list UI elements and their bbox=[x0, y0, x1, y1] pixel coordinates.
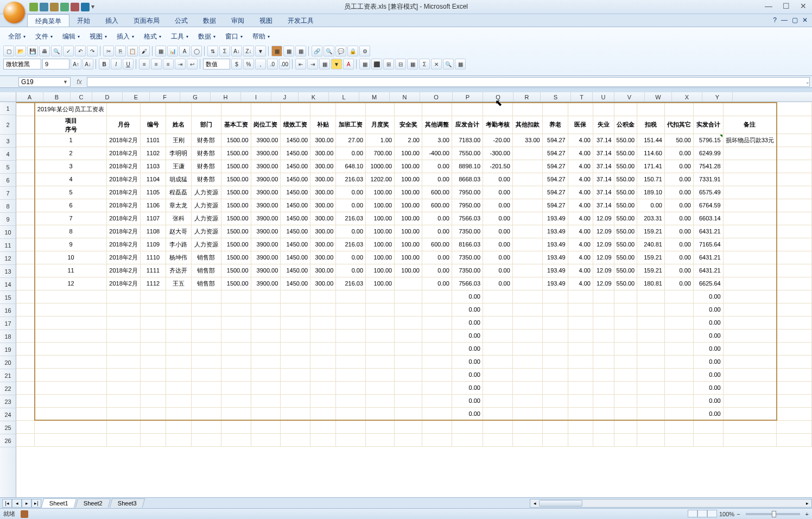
cell[interactable]: 2018年2月 bbox=[107, 251, 141, 264]
tab-data[interactable]: 数据 bbox=[195, 14, 224, 27]
cell[interactable]: 7541.28 bbox=[693, 160, 723, 173]
cell[interactable]: 8166.03 bbox=[452, 238, 483, 251]
col-header[interactable]: H bbox=[211, 92, 241, 102]
col-header[interactable]: Q bbox=[483, 92, 513, 102]
cell[interactable]: 550.00 bbox=[614, 212, 637, 225]
cell[interactable] bbox=[664, 420, 693, 433]
cell[interactable]: 203.31 bbox=[637, 212, 665, 225]
cell[interactable]: 100.00 bbox=[366, 199, 395, 212]
cell[interactable]: 100.00 bbox=[366, 212, 395, 225]
cell[interactable]: 0.00 bbox=[483, 238, 513, 251]
cell[interactable] bbox=[166, 316, 192, 329]
font-size-box[interactable]: 9 bbox=[42, 59, 69, 69]
cell[interactable] bbox=[568, 290, 593, 303]
cell[interactable]: 项目序号 bbox=[35, 116, 107, 134]
cell[interactable] bbox=[310, 103, 336, 116]
cell[interactable] bbox=[777, 433, 812, 446]
cell[interactable] bbox=[483, 355, 513, 368]
close-icon[interactable]: ✕ bbox=[797, 1, 810, 11]
chart-icon[interactable]: 📊 bbox=[167, 46, 178, 56]
format-painter-icon[interactable]: 🖌 bbox=[139, 46, 150, 56]
cell[interactable] bbox=[664, 368, 693, 381]
cell[interactable]: 3.00 bbox=[422, 134, 452, 147]
menu-edit[interactable]: 编辑 bbox=[58, 30, 85, 43]
qat-icon[interactable] bbox=[50, 3, 59, 11]
cell[interactable]: 300.00 bbox=[310, 186, 336, 199]
cell[interactable] bbox=[723, 199, 777, 212]
col-header[interactable]: I bbox=[241, 92, 271, 102]
undo-icon[interactable]: ↶ bbox=[75, 46, 86, 56]
cell[interactable]: 财务部 bbox=[191, 134, 221, 147]
dec-dec-icon[interactable]: .00 bbox=[279, 59, 290, 69]
cell[interactable]: 4 bbox=[35, 173, 107, 186]
cell[interactable] bbox=[637, 355, 665, 368]
protect-icon[interactable]: 🔒 bbox=[347, 46, 358, 56]
cell[interactable] bbox=[568, 433, 593, 446]
cell[interactable] bbox=[777, 134, 812, 147]
cell[interactable] bbox=[395, 103, 422, 116]
cell[interactable]: 100.00 bbox=[366, 186, 395, 199]
cell[interactable] bbox=[637, 303, 665, 316]
cell[interactable]: 0.00 bbox=[452, 290, 483, 303]
cell[interactable]: 7950.00 bbox=[452, 199, 483, 212]
cell[interactable] bbox=[281, 420, 310, 433]
cell[interactable] bbox=[35, 303, 107, 316]
cell[interactable] bbox=[16, 147, 35, 160]
cell[interactable]: 1107 bbox=[140, 212, 166, 225]
cell[interactable] bbox=[281, 290, 310, 303]
zoom-icon[interactable]: 🔍 bbox=[323, 46, 334, 56]
cell[interactable]: 财务部 bbox=[191, 147, 221, 160]
cell[interactable] bbox=[251, 355, 281, 368]
minimize-icon[interactable]: — bbox=[762, 1, 775, 11]
page-break-icon[interactable] bbox=[707, 510, 717, 517]
cell[interactable] bbox=[512, 212, 542, 225]
cell[interactable]: 2018年2月 bbox=[107, 212, 141, 225]
cell[interactable] bbox=[568, 420, 593, 433]
cell[interactable]: 0.00 bbox=[693, 290, 723, 303]
cell[interactable]: 6431.21 bbox=[693, 251, 723, 264]
cell[interactable] bbox=[723, 394, 777, 407]
row-header[interactable]: 16 bbox=[0, 304, 16, 317]
cell[interactable]: 600.00 bbox=[422, 186, 452, 199]
page-layout-icon[interactable] bbox=[697, 510, 707, 517]
cell[interactable] bbox=[664, 303, 693, 316]
cell[interactable] bbox=[593, 329, 614, 342]
cell[interactable]: 0.00 bbox=[422, 277, 452, 290]
cell[interactable] bbox=[422, 342, 452, 355]
cell[interactable]: 114.60 bbox=[637, 147, 665, 160]
cell[interactable] bbox=[191, 355, 221, 368]
cell[interactable] bbox=[568, 394, 593, 407]
cell[interactable]: 7183.00 bbox=[452, 134, 483, 147]
cell[interactable] bbox=[191, 433, 221, 446]
zoom-in-icon[interactable]: + bbox=[805, 511, 809, 517]
cell[interactable] bbox=[140, 407, 166, 420]
cell[interactable]: 550.00 bbox=[614, 225, 637, 238]
cell[interactable]: 编号 bbox=[140, 116, 166, 134]
cell[interactable]: 1500.00 bbox=[221, 264, 251, 277]
cell[interactable]: 0.00 bbox=[422, 225, 452, 238]
indent-dec-icon[interactable]: ⇤ bbox=[295, 59, 306, 69]
qat-icon[interactable] bbox=[40, 3, 48, 11]
cell[interactable] bbox=[221, 342, 251, 355]
row-header[interactable]: 10 bbox=[0, 226, 16, 239]
cell[interactable] bbox=[310, 290, 336, 303]
cell[interactable] bbox=[614, 407, 637, 420]
h-scrollbar[interactable]: ◂ ▸ bbox=[530, 499, 812, 508]
cell[interactable] bbox=[593, 316, 614, 329]
cell[interactable] bbox=[568, 368, 593, 381]
cell[interactable] bbox=[395, 368, 422, 381]
cell[interactable] bbox=[664, 290, 693, 303]
cell[interactable] bbox=[221, 433, 251, 446]
cell[interactable]: 1500.00 bbox=[221, 173, 251, 186]
cell[interactable]: 2018年2月 bbox=[107, 134, 141, 147]
cell[interactable]: 0.00 bbox=[693, 368, 723, 381]
cell[interactable] bbox=[568, 342, 593, 355]
cell[interactable]: 594.27 bbox=[542, 186, 568, 199]
cell[interactable] bbox=[593, 433, 614, 446]
cell[interactable] bbox=[664, 342, 693, 355]
cell[interactable] bbox=[664, 407, 693, 420]
cell[interactable] bbox=[723, 342, 777, 355]
cell[interactable] bbox=[723, 238, 777, 251]
cell[interactable]: 216.03 bbox=[336, 238, 366, 251]
cell[interactable] bbox=[777, 342, 812, 355]
